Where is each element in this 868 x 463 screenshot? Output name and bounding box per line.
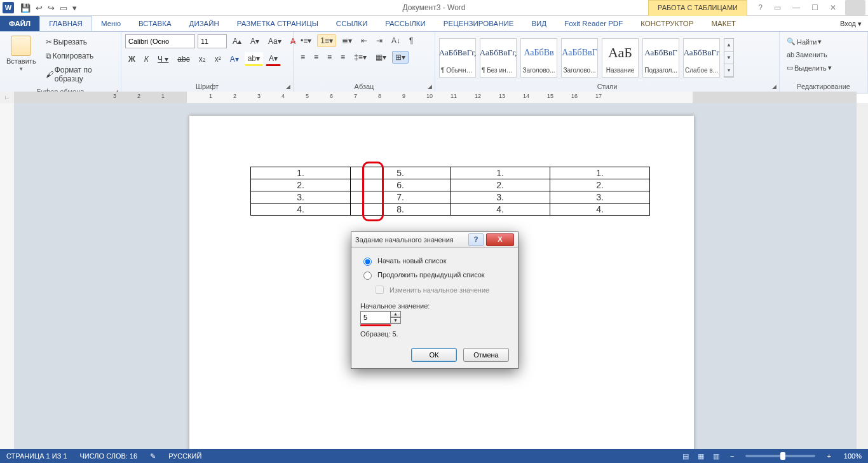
- tab-design[interactable]: ДИЗАЙН: [180, 16, 228, 31]
- style-item[interactable]: АаБбВвГгСлабое в...: [683, 38, 720, 78]
- font-color-button[interactable]: A▾: [266, 52, 281, 66]
- spinner-down[interactable]: ▼: [391, 317, 401, 324]
- table-cell[interactable]: 3.: [550, 191, 650, 204]
- zoom-level[interactable]: 100%: [837, 452, 868, 460]
- sign-in[interactable]: Вход ▾: [834, 16, 868, 31]
- dialog-close-button[interactable]: X: [486, 233, 514, 246]
- vertical-scrollbar[interactable]: [856, 103, 868, 449]
- find-button[interactable]: 🔍Найти ▾: [783, 36, 835, 48]
- table-cell[interactable]: 4.: [251, 204, 351, 216]
- bullets-button[interactable]: •≡▾: [297, 34, 315, 47]
- table-cell[interactable]: 2.: [550, 179, 650, 191]
- table-cell[interactable]: 3.: [251, 191, 351, 204]
- styles-down[interactable]: ▼: [724, 52, 733, 64]
- table-cell[interactable]: 4.: [550, 204, 650, 216]
- tab-page-layout[interactable]: РАЗМЕТКА СТРАНИЦЫ: [228, 16, 327, 31]
- multilevel-button[interactable]: ≣▾: [339, 34, 355, 47]
- styles-gallery[interactable]: АаБбВвГг,¶ ОбычныйАаБбВвГг,¶ Без инте...…: [439, 34, 734, 78]
- tab-home[interactable]: ГЛАВНАЯ: [39, 16, 92, 31]
- justify-button[interactable]: ≡: [337, 51, 348, 64]
- table-cell[interactable]: 1.: [451, 167, 550, 179]
- status-words[interactable]: ЧИСЛО СЛОВ: 16: [74, 452, 144, 460]
- bold-button[interactable]: Ж: [125, 53, 139, 66]
- shading-button[interactable]: ▦▾: [372, 51, 390, 64]
- style-item[interactable]: АаБНазвание: [602, 38, 639, 78]
- table-cell[interactable]: 2.: [451, 179, 550, 191]
- qat-customize-icon[interactable]: ▾: [72, 3, 77, 13]
- cancel-button[interactable]: Отмена: [463, 348, 509, 362]
- line-spacing-button[interactable]: ‡≡▾: [351, 51, 370, 64]
- text-effects-button[interactable]: A▾: [227, 53, 242, 66]
- dialog-titlebar[interactable]: Задание начального значения ? X: [351, 232, 518, 248]
- status-page[interactable]: СТРАНИЦА 1 ИЗ 1: [0, 452, 74, 460]
- replace-button[interactable]: abЗаменить: [783, 49, 835, 60]
- paste-button[interactable]: Вставить ▼: [4, 34, 39, 73]
- view-web-layout[interactable]: ▥: [709, 449, 724, 463]
- cut-button[interactable]: ✂Вырезать: [43, 36, 117, 48]
- italic-button[interactable]: К: [141, 53, 152, 66]
- styles-up[interactable]: ▲: [724, 39, 733, 52]
- align-center-button[interactable]: ≡: [311, 51, 322, 64]
- borders-button[interactable]: ⊞▾: [392, 51, 409, 64]
- style-item[interactable]: АаБбВвГг,¶ Обычный: [439, 38, 476, 78]
- style-item[interactable]: АаБбВвГЗаголово...: [561, 38, 598, 78]
- zoom-slider[interactable]: [745, 455, 815, 457]
- spinner-up[interactable]: ▲: [391, 311, 401, 317]
- table-cell[interactable]: 8.: [351, 204, 451, 216]
- superscript-button[interactable]: x²: [212, 53, 224, 66]
- vertical-ruler[interactable]: [0, 103, 15, 449]
- document-table[interactable]: 1.5.1.1.2.6.2.2.3.7.3.3.4.8.4.4.: [250, 167, 650, 216]
- radio-continue-list[interactable]: Продолжить предыдущий список: [360, 270, 509, 280]
- zoom-thumb[interactable]: [780, 452, 785, 460]
- sort-button[interactable]: A↓: [388, 34, 403, 47]
- qat-new-icon[interactable]: ▭: [60, 3, 67, 13]
- qat-undo-icon[interactable]: ↩: [36, 3, 43, 13]
- table-cell[interactable]: 1.: [251, 167, 351, 179]
- show-marks-button[interactable]: ¶: [406, 34, 416, 47]
- dialog-help-button[interactable]: ?: [468, 233, 484, 246]
- tab-menu[interactable]: Меню: [92, 16, 130, 31]
- select-button[interactable]: ▭Выделить ▾: [783, 62, 835, 74]
- ok-button[interactable]: ОК: [411, 348, 457, 362]
- status-language[interactable]: РУССКИЙ: [162, 452, 208, 460]
- tab-view[interactable]: ВИД: [522, 16, 555, 31]
- maximize-icon[interactable]: ☐: [809, 2, 821, 13]
- align-left-button[interactable]: ≡: [297, 51, 308, 64]
- table-cell[interactable]: 6.: [351, 179, 451, 191]
- tab-constructor[interactable]: КОНСТРУКТОР: [632, 16, 702, 31]
- paragraph-dialog-launcher[interactable]: ◢: [428, 83, 432, 90]
- table-cell[interactable]: 4.: [451, 204, 550, 216]
- minimize-icon[interactable]: —: [790, 2, 803, 13]
- styles-dialog-launcher[interactable]: ◢: [772, 83, 776, 90]
- start-value-input[interactable]: [360, 311, 391, 324]
- qat-save-icon[interactable]: 💾: [20, 3, 31, 13]
- strike-button[interactable]: abc: [174, 53, 193, 66]
- table-cell[interactable]: 1.: [550, 167, 650, 179]
- grow-font-button[interactable]: A▴: [229, 35, 245, 48]
- account-avatar[interactable]: [845, 0, 865, 15]
- table-cell[interactable]: 7.: [351, 191, 451, 204]
- view-read-mode[interactable]: ▤: [678, 449, 693, 463]
- qat-redo-icon[interactable]: ↪: [48, 3, 55, 13]
- style-item[interactable]: АаБбВвГг,¶ Без инте...: [480, 38, 517, 78]
- copy-button[interactable]: ⧉Копировать: [43, 50, 117, 62]
- shrink-font-button[interactable]: A▾: [247, 35, 262, 48]
- tab-maket[interactable]: МАКЕТ: [703, 16, 745, 31]
- format-painter-button[interactable]: 🖌Формат по образцу: [43, 64, 117, 85]
- font-dialog-launcher[interactable]: ◢: [286, 83, 290, 90]
- styles-scroll[interactable]: ▲▼▾: [724, 38, 734, 78]
- style-item[interactable]: АаБбВвЗаголово...: [520, 38, 557, 78]
- help-icon[interactable]: ?: [756, 2, 765, 13]
- tab-mailings[interactable]: РАССЫЛКИ: [376, 16, 435, 31]
- table-cell[interactable]: 2.: [251, 179, 351, 191]
- radio-start-new-input[interactable]: [363, 258, 372, 266]
- zoom-in[interactable]: +: [820, 452, 837, 460]
- font-name-input[interactable]: [125, 34, 195, 48]
- decrease-indent-button[interactable]: ⇤: [358, 34, 370, 47]
- tab-file[interactable]: ФАЙЛ: [0, 16, 39, 31]
- zoom-out[interactable]: −: [724, 452, 740, 460]
- radio-continue-input[interactable]: [363, 272, 372, 280]
- subscript-button[interactable]: x₂: [196, 53, 209, 66]
- tab-foxit[interactable]: Foxit Reader PDF: [555, 16, 632, 31]
- start-value-spinner[interactable]: ▲▼: [360, 311, 509, 324]
